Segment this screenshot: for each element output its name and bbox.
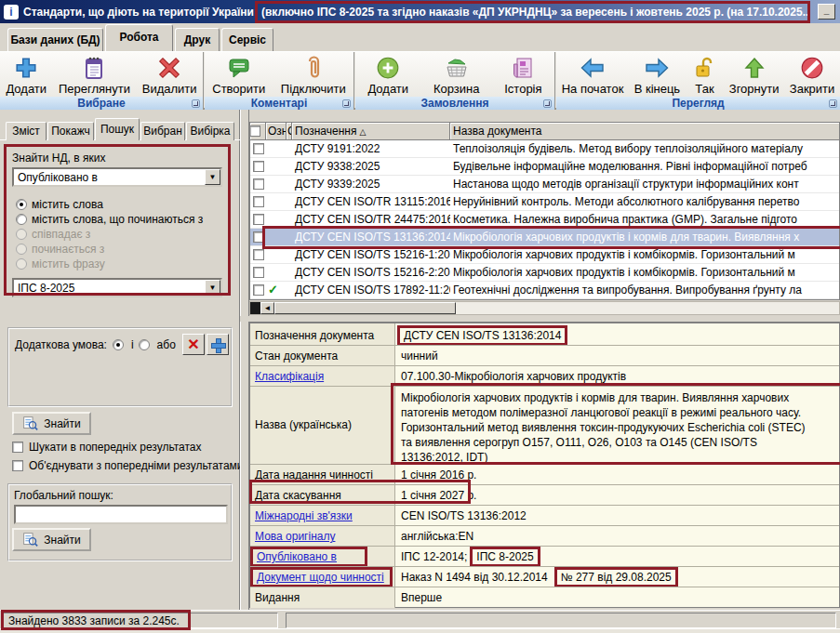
- global-search-label: Глобальний пошук:: [14, 489, 226, 502]
- detail-row: Класифікація 07.100.30-Мікробіологія хар…: [250, 366, 839, 387]
- remove-condition-button[interactable]: ✕: [182, 334, 205, 355]
- toolbar-group-zamovlennia: Додати Корзина Історія Замовлення: [355, 52, 556, 108]
- group-expander-icon[interactable]: [192, 99, 200, 108]
- sidebar-tab-poshuk[interactable]: Пошук: [95, 118, 140, 140]
- button-dodaty-zamovlennia[interactable]: Додати: [364, 54, 412, 97]
- group-caption-vybrane: Вибране: [0, 97, 203, 111]
- global-find-button[interactable]: Знайти: [12, 528, 91, 551]
- scrollbar-thumb[interactable]: [274, 302, 456, 314]
- button-zghornuty[interactable]: Згорнути: [726, 54, 783, 97]
- sidebar-tab-pokazhch[interactable]: Покажч: [47, 122, 94, 140]
- button-vydalyty[interactable]: Видалити: [139, 54, 201, 97]
- group-expander-icon[interactable]: [829, 99, 837, 108]
- button-pidkliuchyty[interactable]: Підключити: [277, 54, 350, 97]
- row-checkbox[interactable]: [253, 267, 264, 278]
- group-expander-icon[interactable]: [543, 99, 552, 108]
- button-zakryty[interactable]: Закрити: [786, 54, 838, 97]
- search-doc-icon: [22, 532, 38, 547]
- validity-document-link[interactable]: Документ щодо чинності: [257, 571, 384, 584]
- red-x-icon: ✕: [187, 337, 199, 352]
- field-select[interactable]: Опубліковано в ▼: [12, 167, 222, 187]
- table-row[interactable]: ДСТУ CEN ISO/TR 13115:2016 (CEN Неруйнів…: [250, 193, 839, 211]
- vertical-splitter[interactable]: [240, 110, 249, 610]
- value-select[interactable]: ІПС 8-2025 ▼: [12, 278, 222, 297]
- additional-condition-box: Додаткова умова: і або ✕: [7, 327, 233, 407]
- table-row[interactable]: ДСТУ 9339:2025 Настанова щодо методів ор…: [250, 176, 839, 193]
- detail-row: Позначення документа ДСТУ CEN ISO/TS 131…: [250, 323, 839, 346]
- original-language-link[interactable]: Мова оригіналу: [255, 530, 335, 543]
- table-row[interactable]: ✓ ДСТУ CEN ISO/TS 17892-11:2007 Геотехні…: [250, 282, 839, 299]
- button-na-pochatok[interactable]: На початок: [558, 54, 628, 97]
- row-checkbox[interactable]: [253, 284, 264, 296]
- title-bar: i Стандарти, що діють на території Украї…: [0, 0, 840, 23]
- document-area: Озн С Позначення△ Назва документа ДСТУ 9…: [240, 110, 840, 610]
- row-checkbox[interactable]: [253, 178, 264, 190]
- table-row[interactable]: ДСТУ CEN ISO/TS 15216-1:2014 Мікробіолог…: [250, 246, 839, 264]
- header-code[interactable]: Позначення△: [292, 123, 450, 140]
- radio-mistyt-slova[interactable]: містить слова: [16, 197, 222, 212]
- menu-tab-strip: Бази даних (БД) Робота Друк Сервіс: [0, 23, 840, 52]
- checkbox-merge-previous[interactable]: Об'єднувати з попередніми результатами: [12, 459, 244, 472]
- search-doc-icon: [22, 415, 38, 431]
- find-button[interactable]: Знайти: [12, 412, 91, 435]
- row-checkbox[interactable]: [253, 231, 264, 243]
- chevron-down-icon[interactable]: ▼: [205, 169, 220, 185]
- minimize-button[interactable]: _: [818, 4, 835, 20]
- annotation-box-validity-label: Документ щодо чинності: [250, 567, 393, 587]
- table-row[interactable]: ДСТУ 9191:2022 Теплоізоляція будівель. М…: [250, 140, 839, 158]
- scroll-left-icon[interactable]: ◄: [260, 302, 274, 314]
- table-row[interactable]: ДСТУ CEN ISO/TS 15216-2:2014 Мікробіолог…: [250, 264, 839, 282]
- sidebar-tab-vybran[interactable]: Вибран: [140, 122, 185, 140]
- button-korzyna[interactable]: Корзина: [430, 54, 484, 97]
- radio-and[interactable]: і: [113, 338, 134, 351]
- published-in-link[interactable]: Опубліковано в: [257, 550, 337, 563]
- table-row-selected[interactable]: ДСТУ CEN ISO/TS 13136:2014 Мікробіологія…: [250, 229, 839, 246]
- button-perehlianuty[interactable]: Переглянути: [55, 54, 134, 97]
- plus-icon: [12, 55, 40, 81]
- tab-druk[interactable]: Друк: [175, 28, 220, 51]
- add-circle-icon: [374, 55, 402, 81]
- row-checkbox[interactable]: [253, 249, 264, 260]
- arrow-up-icon: [740, 55, 768, 81]
- radio-or[interactable]: або: [139, 338, 176, 351]
- international-links-link[interactable]: Міжнародні зв'язки: [255, 509, 353, 522]
- row-checkbox[interactable]: [253, 196, 264, 207]
- button-dodaty-vybrane[interactable]: Додати: [2, 54, 50, 97]
- classification-link[interactable]: Класифікація: [255, 370, 324, 383]
- group-expander-icon[interactable]: [342, 99, 351, 108]
- sort-asc-icon: △: [359, 127, 366, 137]
- chevron-down-icon[interactable]: ▼: [205, 280, 220, 296]
- radio-mistyt-slova-pochynaiutsia[interactable]: містить слова, що починаються з: [16, 212, 222, 227]
- header-name[interactable]: Назва документа: [450, 123, 839, 140]
- table-row[interactable]: ДСТУ 9338:2025 Будівельне інформаційне м…: [250, 158, 839, 176]
- sidebar-tab-vybirka[interactable]: Вибірка: [186, 122, 234, 140]
- sidebar-tab-zmist[interactable]: Зміст: [6, 122, 47, 140]
- button-istoriia[interactable]: Історія: [500, 54, 545, 97]
- button-tak[interactable]: Так: [687, 54, 722, 97]
- tab-robota[interactable]: Робота: [105, 24, 173, 51]
- horizontal-scrollbar[interactable]: ◄: [249, 301, 840, 315]
- toolbar-group-perehliad: На початок В кінець Так Згорнути Закрити…: [556, 52, 840, 108]
- search-label: Знайти НД, в яких: [12, 152, 222, 165]
- row-checkbox[interactable]: [253, 161, 264, 172]
- annotation-box-nakaz: № 277 від 29.08.2025: [554, 567, 678, 587]
- checkbox-search-previous[interactable]: Шукати в попередніх результатах: [12, 441, 202, 454]
- detail-row: Документ щодо чинності Наказ N 1494 від …: [250, 567, 839, 587]
- header-mark[interactable]: Озн: [266, 123, 287, 140]
- history-icon: [509, 55, 537, 81]
- button-stvoryty[interactable]: Створити: [208, 54, 269, 97]
- checkbox-icon: [250, 125, 260, 137]
- tab-servis[interactable]: Сервіс: [221, 28, 273, 51]
- sidebar-search-panel: Зміст Покажч Пошук Вибран Вибірка Знайти…: [0, 110, 240, 610]
- documents-table: Озн С Позначення△ Назва документа ДСТУ 9…: [249, 122, 840, 300]
- add-condition-button[interactable]: [207, 334, 229, 355]
- detail-row: Міжнародні зв'язки CEN ISO/TS 13136:2012: [250, 506, 839, 526]
- row-checkbox[interactable]: [253, 143, 264, 154]
- tab-bazy-danykh[interactable]: Бази даних (БД): [7, 28, 103, 51]
- global-search-input[interactable]: [14, 505, 228, 524]
- table-row[interactable]: ДСТУ CEN ISO/TR 24475:2016 (CEN Косметик…: [250, 211, 839, 229]
- header-select-all[interactable]: [250, 123, 266, 140]
- button-v-kinets[interactable]: В кінець: [631, 54, 685, 97]
- radio-spivpadaie: співпадає з: [16, 227, 222, 242]
- row-checkbox[interactable]: [253, 214, 264, 225]
